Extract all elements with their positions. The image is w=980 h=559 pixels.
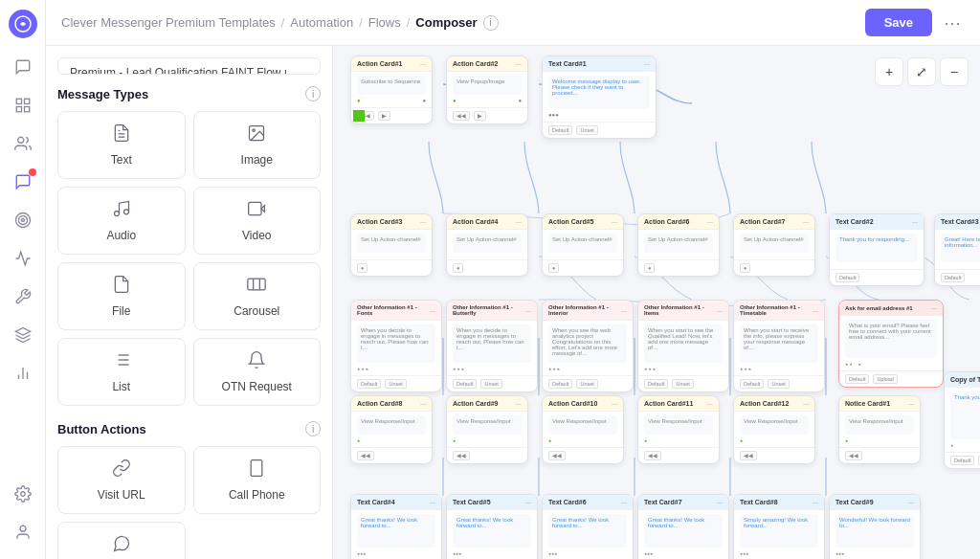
node-card-other-1[interactable]: Other Information #1 - Fonts ⋯ When you … bbox=[350, 300, 442, 392]
node-card-text-r4-3[interactable]: Text Card#6 ⋯ Great thanks! We look forw… bbox=[542, 494, 634, 559]
type-card-image[interactable]: Image bbox=[193, 111, 322, 179]
nav-icon-message[interactable] bbox=[6, 165, 40, 199]
node-body-a10: View Response/Input ● bbox=[543, 412, 623, 447]
node-footer-btn-2: ◀◀ bbox=[453, 111, 470, 121]
node-card-other-5[interactable]: Other Information #1 - Timetable ⋯ When … bbox=[733, 300, 825, 392]
node-card-action-5[interactable]: Action Card#5 ⋯ Set Up Action-channel# ● bbox=[542, 213, 624, 277]
node-title-oi2: Other Information #1 - Butterfly bbox=[453, 304, 525, 316]
message-types-info-icon[interactable]: i bbox=[305, 86, 321, 101]
header-info-icon[interactable]: i bbox=[483, 15, 499, 31]
node-card-email-1[interactable]: Ask for email address #1 ⋯ What is your … bbox=[838, 300, 944, 388]
node-title-tr43: Text Card#6 bbox=[548, 499, 587, 505]
save-button[interactable]: Save bbox=[865, 9, 932, 36]
type-card-call-phone[interactable]: Call Phone bbox=[193, 446, 322, 514]
zoom-in-button[interactable]: + bbox=[875, 57, 903, 86]
node-title-oi3: Other Information #1 - Interior bbox=[548, 304, 621, 316]
node-content-tr43: Great thanks! We look forward to... bbox=[548, 514, 627, 548]
node-card-text-r4-4[interactable]: Text Card#7 ⋯ Great thanks! We look forw… bbox=[637, 494, 729, 559]
node-card-other-2[interactable]: Other Information #1 - Butterfly ⋯ When … bbox=[446, 300, 538, 392]
node-card-copy-text-1[interactable]: Copy of Text Card#1 ⋯ Thank you for bein… bbox=[944, 371, 980, 469]
video-icon bbox=[247, 199, 266, 223]
node-title-a9: Action Card#9 bbox=[453, 400, 498, 407]
button-actions-info-icon[interactable]: i bbox=[305, 421, 321, 436]
node-card-action-10[interactable]: Action Card#10 ⋯ View Response/Input ● ◀… bbox=[542, 395, 624, 464]
node-card-action-3[interactable]: Action Card#3 ⋯ Set Up Action-channel# ● bbox=[350, 213, 433, 277]
svg-rect-21 bbox=[249, 202, 261, 214]
node-card-text-r4-1[interactable]: Text Card#4 ⋯ Great thanks! We look forw… bbox=[350, 494, 442, 559]
type-card-visit-url-label: Visit URL bbox=[98, 488, 145, 502]
nav-icon-tools[interactable] bbox=[6, 280, 40, 314]
node-header-tr46: Text Card#9 ⋯ bbox=[830, 495, 920, 510]
node-body-5: Set Up Action-channel# bbox=[447, 230, 527, 259]
type-card-carousel[interactable]: Carousel bbox=[193, 262, 322, 330]
node-footer-4: ● bbox=[351, 259, 432, 276]
node-card-text-3[interactable]: Text Card#3 ⋯ Great! Here is some inform… bbox=[934, 213, 980, 286]
node-card-text-2[interactable]: Text Card#2 ⋯ Thank you for responding..… bbox=[829, 213, 924, 286]
header-menu-icon[interactable]: ⋯ bbox=[940, 9, 965, 37]
nav-icon-target[interactable] bbox=[6, 203, 40, 237]
node-card-text-1[interactable]: Text Card#1 ⋯ Welcome message display to… bbox=[542, 56, 657, 139]
node-card-action-13[interactable]: Notice Card#1 ⋯ View Response/Input ● ◀◀ bbox=[838, 395, 921, 464]
type-card-audio[interactable]: Audio bbox=[57, 187, 186, 255]
node-card-action-8[interactable]: Action Card#8 ⋯ View Response/Input ● ◀◀ bbox=[350, 395, 433, 464]
whatsapp-icon bbox=[112, 534, 131, 558]
type-card-video[interactable]: Video bbox=[193, 187, 322, 255]
breadcrumb-part-3[interactable]: Flows bbox=[368, 15, 401, 30]
node-title-9: Text Card#2 bbox=[835, 218, 874, 225]
node-card-action-11[interactable]: Action Card#11 ⋯ View Response/Input ● ◀… bbox=[637, 395, 720, 464]
breadcrumb-part-1[interactable]: Clever Messenger Premium Templates bbox=[61, 15, 276, 30]
header: Clever Messenger Premium Templates / Aut… bbox=[46, 0, 980, 46]
node-card-action-9[interactable]: Action Card#9 ⋯ View Response/Input ● ◀◀ bbox=[446, 395, 528, 464]
node-card-action-4[interactable]: Action Card#4 ⋯ Set Up Action-channel# ● bbox=[446, 213, 528, 277]
node-card-action-7[interactable]: Action Card#7 ⋯ Set Up Action-channel# ● bbox=[733, 213, 815, 277]
node-content-oi3: When you see the web analytics project C… bbox=[548, 324, 627, 363]
node-header-4: Action Card#3 ⋯ bbox=[351, 214, 432, 230]
nav-icon-users[interactable] bbox=[6, 126, 40, 161]
node-card-action-12[interactable]: Action Card#12 ⋯ View Response/Input ● ◀… bbox=[733, 395, 815, 464]
nav-icon-broadcast[interactable] bbox=[6, 241, 40, 276]
node-header-9: Text Card#2 ⋯ bbox=[830, 214, 924, 230]
nav-bar bbox=[0, 0, 46, 559]
type-card-otn-request[interactable]: OTN Request bbox=[193, 338, 322, 406]
breadcrumb-part-2[interactable]: Automation bbox=[290, 15, 353, 30]
node-card-text-r4-6[interactable]: Text Card#9 ⋯ Wonderful! We look forward… bbox=[829, 494, 921, 559]
nav-icon-layers[interactable] bbox=[6, 318, 40, 352]
flow-canvas[interactable]: Action Card#1 ⋯ Subscribe to Sequence ●●… bbox=[333, 46, 980, 559]
node-header-oi5: Other Information #1 - Timetable ⋯ bbox=[734, 301, 824, 321]
node-footer-a11: ◀◀ bbox=[638, 447, 719, 463]
node-body-tr42: Great thanks! We look forward to... ●●● bbox=[447, 510, 537, 559]
node-card-action-2[interactable]: Action Card#2 ⋯ View Popup/Image ●● ◀◀ ▶ bbox=[446, 56, 528, 124]
type-card-visit-url[interactable]: Visit URL bbox=[57, 446, 186, 514]
type-card-file[interactable]: File bbox=[57, 262, 186, 330]
nav-icon-grid[interactable] bbox=[6, 88, 40, 123]
zoom-out-button[interactable]: − bbox=[940, 57, 969, 86]
visit-url-icon bbox=[112, 458, 131, 482]
node-body-a13: View Response/Input ● bbox=[839, 412, 920, 447]
node-content-a9: View Response/Input bbox=[453, 415, 522, 435]
node-card-other-4[interactable]: Other Information #1 - Items ⋯ When you … bbox=[637, 300, 729, 392]
node-body-oi4: When you start to see the Qualified Lead… bbox=[638, 321, 728, 375]
node-card-other-3[interactable]: Other Information #1 - Interior ⋯ When y… bbox=[542, 300, 634, 392]
node-content-a8: View Response/Input bbox=[357, 415, 426, 435]
nav-icon-settings[interactable] bbox=[6, 477, 40, 511]
svg-point-19 bbox=[114, 212, 119, 216]
node-body-4: Set Up Action-channel# bbox=[351, 230, 432, 259]
node-card-text-r4-2[interactable]: Text Card#5 ⋯ Great thanks! We look forw… bbox=[446, 494, 538, 559]
otn-request-icon bbox=[247, 350, 266, 374]
node-footer-ct1: Default Upload bbox=[945, 452, 980, 468]
node-card-action-6[interactable]: Action Card#6 ⋯ Set Up Action-channel# ● bbox=[637, 213, 720, 277]
zoom-fit-button[interactable]: ⤢ bbox=[907, 57, 936, 86]
svg-rect-32 bbox=[251, 460, 262, 477]
type-card-whatsapp[interactable]: WhatsApp bbox=[57, 522, 186, 559]
nav-icon-chat[interactable] bbox=[6, 50, 40, 84]
type-card-list[interactable]: List bbox=[57, 338, 186, 406]
nav-icon-profile[interactable] bbox=[6, 515, 40, 549]
node-footer-7: ● bbox=[638, 259, 719, 276]
app-logo[interactable] bbox=[9, 10, 37, 38]
node-card-action-1[interactable]: Action Card#1 ⋯ Subscribe to Sequence ●●… bbox=[350, 56, 433, 124]
button-actions-header: Button Actions i bbox=[57, 421, 321, 436]
nav-icon-chart[interactable] bbox=[6, 356, 40, 391]
type-card-text[interactable]: Text bbox=[57, 111, 186, 179]
node-card-text-r4-5[interactable]: Text Card#8 ⋯ Simply amazing! We look fo… bbox=[733, 494, 825, 559]
canvas-area[interactable]: + ⤢ − bbox=[333, 46, 980, 559]
